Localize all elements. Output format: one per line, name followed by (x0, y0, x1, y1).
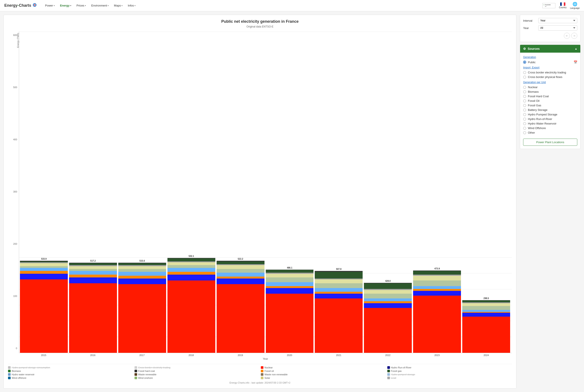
calendar-icon[interactable]: 📅 (574, 60, 577, 64)
bar-segment (69, 278, 117, 283)
bar-segment (266, 270, 314, 273)
per-unit-fossil-hard-coal[interactable]: Fossil Hard Coal (523, 95, 577, 98)
per-unit-radio-btn[interactable] (523, 108, 526, 112)
bar-segment (413, 276, 461, 280)
per-unit-nuclear[interactable]: Nuclear (523, 86, 577, 89)
chart-container: Public net electricity generation in Fra… (4, 15, 516, 388)
per-unit-radio-label: Hydro Run-of-River (528, 118, 552, 121)
per-unit-hydro-water-reservoir[interactable]: Hydro Water Reservoir (523, 122, 577, 125)
per-unit-radio-btn[interactable] (523, 122, 526, 125)
bar-group: 473.9 (413, 268, 461, 353)
bar-segment (69, 266, 117, 269)
per-unit-other[interactable]: Other (523, 131, 577, 134)
nav-prices[interactable]: Prices ▾ (74, 3, 88, 8)
bar-stack[interactable] (266, 270, 314, 353)
per-unit-radio-btn[interactable] (523, 100, 526, 102)
generation-section-title[interactable]: Generation (523, 56, 577, 59)
bar-segment (315, 292, 362, 294)
bar-group: 486.1 (266, 266, 314, 353)
legend-color-box (134, 366, 137, 369)
country-label: Country (559, 6, 566, 9)
header: Energy-Charts Power ▾ Energy ▾ Prices ▾ … (0, 0, 584, 11)
legend-item: Waste renewable (134, 373, 259, 376)
bar-stack[interactable] (216, 261, 264, 353)
nav-maps[interactable]: Maps ▾ (112, 3, 125, 8)
bar-segment (413, 291, 461, 296)
prev-button[interactable]: ← (564, 33, 570, 39)
fraunhofer-logo: ≡≡ Fraunhofer ISE (542, 3, 556, 8)
nav-power[interactable]: Power ▾ (43, 3, 57, 8)
public-radio-item[interactable]: Public 📅 (523, 60, 577, 64)
gen-per-unit-section-title[interactable]: Generation per Unit (523, 81, 577, 84)
year-select[interactable]: All 2024 2023 2022 2021 2020 2019 2018 2… (538, 25, 577, 30)
bar-segment (315, 283, 362, 288)
power-plant-button[interactable]: Power Plant Locations (523, 138, 577, 146)
nav-environment[interactable]: Environment ▾ (89, 3, 111, 8)
bar-stack[interactable] (413, 270, 461, 353)
bar-segment (216, 278, 264, 284)
bar-segment (266, 286, 314, 288)
cross-border-trading-item[interactable]: Cross border electricity trading (523, 71, 577, 74)
bar-stack[interactable] (168, 258, 215, 353)
nav-infos[interactable]: Infos ▾ (126, 3, 138, 8)
per-unit-radio-btn[interactable] (523, 118, 526, 121)
legend-item: Fossil hard coal (134, 370, 259, 372)
legend-color-box (387, 373, 390, 376)
import-export-section-title[interactable]: Import, Export (523, 66, 577, 69)
per-unit-radio-btn[interactable] (523, 86, 526, 89)
per-unit-radio-btn[interactable] (523, 95, 526, 98)
per-unit-fossil-oil[interactable]: Fossil Oil (523, 99, 577, 102)
cross-border-trading-radio[interactable] (523, 71, 526, 74)
per-unit-hydro-pumped-storage[interactable]: Hydro Pumped Storage (523, 113, 577, 116)
sources-header[interactable]: ⚙ Sources ▲ (520, 45, 580, 53)
legend-item: Hydro Run-of-River (387, 366, 512, 369)
legend-item: Wind offshore (8, 376, 133, 379)
bar-segment (462, 300, 510, 302)
nav-energy[interactable]: Energy ▾ (58, 3, 74, 8)
per-unit-hydro-run-of-river[interactable]: Hydro Run-of-River (523, 118, 577, 121)
bar-segment (266, 278, 314, 282)
per-unit-radio-btn[interactable] (523, 90, 526, 93)
bar-segment (216, 265, 264, 269)
per-unit-radio-btn[interactable] (523, 104, 526, 107)
cross-border-physical-item[interactable]: Cross border physical flows (523, 75, 577, 78)
bar-segment (118, 266, 166, 269)
per-unit-biomass[interactable]: Biomass (523, 90, 577, 93)
next-button[interactable]: → (571, 33, 577, 39)
per-unit-wind-offshore[interactable]: Wind Offshore (523, 126, 577, 130)
bar-segment (20, 263, 68, 266)
legend-label: Hydro pumped storage consumption (12, 366, 50, 369)
legend-label: Wind offshore (12, 376, 26, 379)
language-button[interactable]: 🌐 Language (570, 2, 580, 9)
bar-stack[interactable] (315, 271, 362, 353)
x-label: 2017 (118, 354, 166, 356)
per-unit-radio-btn[interactable] (523, 127, 526, 130)
bar-segment (364, 308, 412, 353)
bar-stack[interactable] (69, 263, 117, 353)
bar-total: 533.9 (41, 258, 46, 260)
bars-container: 533.9517.2515.6532.1522.2486.1507.8428.0… (19, 32, 512, 353)
interval-select[interactable]: Year Month Week Day (538, 18, 577, 23)
per-unit-radio-btn[interactable] (523, 131, 526, 134)
logo-energy: Energy (4, 3, 18, 8)
bar-total: 428.0 (385, 280, 390, 282)
bar-stack[interactable] (118, 263, 166, 353)
cross-border-physical-radio[interactable] (523, 76, 526, 78)
bar-segment (266, 288, 314, 294)
public-radio-btn[interactable] (523, 61, 526, 64)
chart-footer: Energy-Charts.info - last update: 2024/0… (8, 382, 512, 384)
bar-segment (315, 272, 362, 278)
bar-segment (364, 290, 412, 294)
country-button[interactable]: Country (559, 2, 566, 9)
per-unit-radio-btn[interactable] (523, 113, 526, 116)
bar-group: 533.9 (20, 258, 68, 353)
bar-stack[interactable] (462, 300, 510, 353)
bar-segment (266, 294, 314, 353)
per-unit-fossil-gas[interactable]: Fossil Gas (523, 104, 577, 107)
chart-legend: Hydro pumped storage consumptionCross bo… (8, 364, 512, 379)
bar-segment (168, 274, 215, 280)
per-unit-battery-storage[interactable]: Battery Storage (523, 108, 577, 112)
bar-stack[interactable] (20, 261, 68, 353)
x-axis-labels: 2015201620172018201920202021202220232024 (19, 353, 512, 356)
bar-stack[interactable] (364, 283, 412, 353)
